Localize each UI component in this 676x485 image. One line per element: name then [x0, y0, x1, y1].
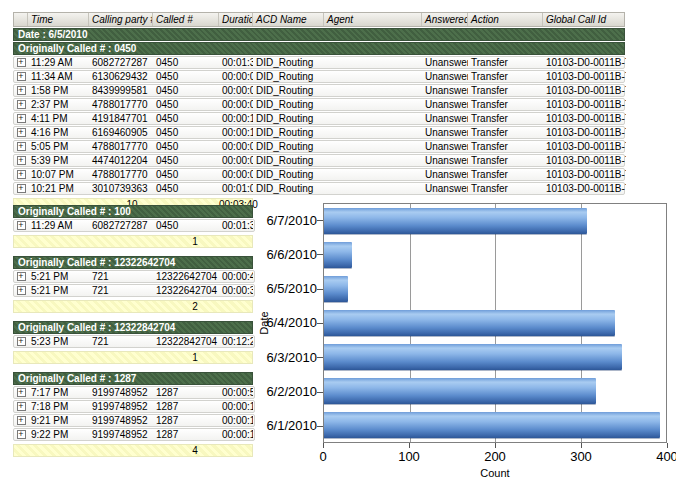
chart-category-label: 6/3/2010 [253, 340, 317, 374]
cell-action: Transfer [468, 57, 543, 68]
column-header-answered[interactable]: Answered [422, 13, 468, 26]
column-header-called[interactable]: Called # [153, 13, 219, 26]
cell-answered: Unanswered [422, 127, 468, 138]
table-row[interactable]: + 11:29 AM 6082727287 0450 00:01:35 [13, 219, 255, 232]
cell-agent [324, 99, 422, 110]
bar-6/1/2010[interactable] [324, 412, 660, 438]
x-axis-tick [581, 443, 582, 448]
cell-called: 0450 [153, 141, 219, 152]
cell-time: 11:34 AM [28, 71, 89, 82]
cell-duration: 00:01:02 [219, 183, 253, 194]
group-summary-row: 1 [13, 235, 253, 248]
cell-agent [324, 57, 422, 68]
group-summary-row: 4 [13, 444, 253, 457]
column-header-acd-name[interactable]: ACD Name [253, 13, 324, 26]
table-row[interactable]: + 9:21 PM 9199748952 1287 00:00:14 [13, 414, 255, 427]
cell-agent [324, 155, 422, 166]
group-rows: + 11:29 AM 6082727287 0450 00:01:35 [13, 219, 255, 232]
cell-global-call-id: 10103-D0-0011B-771 [543, 99, 626, 110]
column-header-duration[interactable]: Duration [219, 13, 253, 26]
table-row[interactable]: + 5:05 PM 4788017770 0450 00:00:07 DID_R… [13, 140, 625, 153]
bar-6/6/2010[interactable] [324, 242, 352, 268]
expand-row-icon[interactable]: + [17, 86, 26, 95]
bar-6/7/2010[interactable] [324, 208, 587, 234]
x-tick-label: 200 [484, 449, 506, 464]
expand-row-icon[interactable]: + [17, 142, 26, 151]
table-row[interactable]: + 11:29 AM 6082727287 0450 00:01:35 DID_… [13, 56, 625, 69]
cell-answered: Unanswered [422, 113, 468, 124]
bar-6/4/2010[interactable] [324, 310, 615, 336]
cell-called: 0450 [153, 85, 219, 96]
chart-category-label: 6/2/2010 [253, 374, 317, 408]
cell-time: 11:29 AM [28, 57, 89, 68]
table-row[interactable]: + 4:16 PM 6169460905 0450 00:00:11 DID_R… [13, 126, 625, 139]
expand-row-icon[interactable]: + [17, 402, 26, 411]
table-row[interactable]: + 5:39 PM 4474012204 0450 00:00:03 DID_R… [13, 154, 625, 167]
cell-duration: 00:00:14 [219, 415, 253, 426]
cell-agent [324, 71, 422, 82]
chart-category-labels: 6/7/20106/6/20106/5/20106/4/20106/3/2010… [253, 203, 317, 443]
cell-calling-party: 721 [89, 285, 153, 296]
cell-time: 4:16 PM [28, 127, 89, 138]
expand-row-icon[interactable]: + [17, 337, 26, 346]
cell-time: 5:21 PM [28, 271, 89, 282]
cell-called: 1287 [153, 415, 219, 426]
expand-row-icon[interactable]: + [17, 184, 26, 193]
date-group-banner: Date : 6/5/2010 [13, 28, 625, 41]
table-row[interactable]: + 9:22 PM 9199748952 1287 00:00:11 [13, 428, 255, 441]
cell-time: 4:11 PM [28, 113, 89, 124]
x-tick-label: 0 [319, 449, 326, 464]
expand-row-icon[interactable]: + [17, 430, 26, 439]
chart-x-ticks [323, 443, 667, 448]
cell-agent [324, 85, 422, 96]
cell-duration: 00:00:34 [219, 285, 253, 296]
cell-action: Transfer [468, 85, 543, 96]
expand-row-icon[interactable]: + [17, 286, 26, 295]
bar-6/3/2010[interactable] [324, 344, 622, 370]
table-row[interactable]: + 2:37 PM 4788017770 0450 00:00:07 DID_R… [13, 98, 625, 111]
group-rows: + 5:21 PM 721 12322642704 00:00:43 + 5:2… [13, 270, 255, 297]
summary-total-duration [219, 445, 253, 457]
expand-row-icon[interactable]: + [17, 72, 26, 81]
table-row[interactable]: + 10:07 PM 4788017770 0450 00:00:06 DID_… [13, 168, 625, 181]
table-row[interactable]: + 5:21 PM 721 12322642704 00:00:34 [13, 284, 255, 297]
expand-row-icon[interactable]: + [17, 128, 26, 137]
column-header-global-call-id[interactable]: Global Call Id [543, 13, 626, 26]
cell-time: 5:21 PM [28, 285, 89, 296]
cell-agent [324, 113, 422, 124]
expand-row-icon[interactable]: + [17, 100, 26, 109]
table-row[interactable]: + 1:58 PM 8439999581 0450 00:00:05 DID_R… [13, 84, 625, 97]
cell-calling-party: 6130629432 [89, 71, 153, 82]
table-row[interactable]: + 7:18 PM 9199748952 1287 00:00:12 [13, 400, 255, 413]
expand-row-icon[interactable]: + [17, 156, 26, 165]
table-row[interactable]: + 11:34 AM 6130629432 0450 00:00:09 DID_… [13, 70, 625, 83]
column-header-action[interactable]: Action [468, 13, 543, 26]
bar-6/5/2010[interactable] [324, 276, 348, 302]
table-header-row: Time Calling party # Called # Duration A… [13, 12, 625, 27]
cell-agent [324, 169, 422, 180]
cell-calling-party: 9199748952 [89, 415, 153, 426]
cell-time: 5:23 PM [28, 336, 89, 347]
bar-6/2/2010[interactable] [324, 378, 596, 404]
table-row[interactable]: + 5:23 PM 721 12322842704 00:12:23 [13, 335, 255, 348]
cell-called: 0450 [153, 71, 219, 82]
expand-row-icon[interactable]: + [17, 170, 26, 179]
table-row[interactable]: + 4:11 PM 4191847701 0450 00:00:15 DID_R… [13, 112, 625, 125]
column-header-time[interactable]: Time [28, 13, 89, 26]
cell-called: 12322642704 [153, 271, 219, 282]
expand-row-icon[interactable]: + [17, 221, 26, 230]
expand-row-icon[interactable]: + [17, 416, 26, 425]
column-header-agent[interactable]: Agent [324, 13, 422, 26]
cell-duration: 00:12:23 [219, 336, 253, 347]
chart-x-tick-labels: 0100200300400 [323, 449, 667, 465]
expand-row-icon[interactable]: + [17, 388, 26, 397]
summary-total-duration [219, 301, 253, 313]
column-header-calling-party[interactable]: Calling party # [89, 13, 153, 26]
cell-called: 0450 [153, 220, 219, 231]
expand-row-icon[interactable]: + [17, 272, 26, 281]
table-row[interactable]: + 5:21 PM 721 12322642704 00:00:43 [13, 270, 255, 283]
expand-row-icon[interactable]: + [17, 114, 26, 123]
expand-row-icon[interactable]: + [17, 58, 26, 67]
table-row[interactable]: + 7:17 PM 9199748952 1287 00:00:50 [13, 386, 255, 399]
chart-category-label: 6/6/2010 [253, 237, 317, 271]
